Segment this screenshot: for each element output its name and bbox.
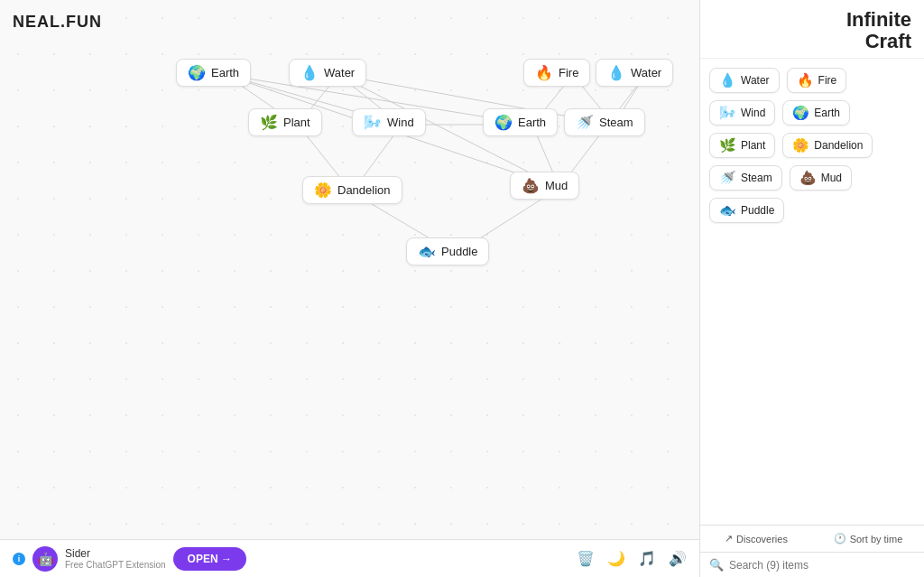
sidebar-dandelion-label: Dandelion	[814, 139, 863, 152]
sidebar-element-earth[interactable]: 🌍Earth	[782, 100, 850, 126]
tab-label-0: Discoveries	[736, 534, 788, 544]
sidebar-element-water[interactable]: 💧Water	[709, 68, 780, 93]
sidebar-element-dandelion[interactable]: 🌼Dandelion	[782, 133, 873, 158]
plant1-icon: 🌿	[260, 114, 278, 131]
ad-info-icon: i	[13, 553, 25, 565]
sidebar-tab-1[interactable]: 🕐Sort by time	[812, 526, 924, 552]
sidebar-earth-label: Earth	[814, 107, 840, 119]
sidebar-steam-label: Steam	[741, 172, 772, 184]
canvas-element-plant1[interactable]: 🌿Plant	[248, 108, 322, 136]
logo: NEAL.FUN	[13, 13, 102, 32]
sidebar-element-steam[interactable]: 🚿Steam	[709, 165, 782, 191]
canvas-element-mud1[interactable]: 💩Mud	[510, 172, 579, 200]
canvas-element-fire1[interactable]: 🔥Fire	[523, 59, 590, 87]
tab-label-1: Sort by time	[850, 534, 903, 544]
canvas[interactable]: NEAL.FUN i 🤖 Sider Free ChatGPT Extensio…	[0, 0, 699, 577]
earth2-label: Earth	[518, 116, 546, 129]
water2-icon: 💧	[607, 64, 625, 81]
earth1-label: Earth	[211, 66, 239, 79]
sidebar: InfiniteCraft 💧Water🔥Fire🌬️Wind🌍Earth🌿Pl…	[699, 0, 924, 577]
earth1-icon: 🌍	[188, 64, 206, 81]
tab-icon-0: ↗	[725, 533, 733, 544]
sidebar-wind-icon: 🌬️	[719, 105, 736, 121]
sidebar-water-icon: 💧	[719, 72, 736, 88]
puddle1-label: Puddle	[441, 245, 477, 258]
steam1-icon: 🚿	[576, 114, 594, 131]
sidebar-plant-icon: 🌿	[719, 137, 736, 154]
sidebar-search[interactable]: 🔍	[700, 553, 924, 577]
canvas-element-water1[interactable]: 💧Water	[289, 59, 366, 87]
fire1-icon: 🔥	[535, 64, 553, 81]
sidebar-element-plant[interactable]: 🌿Plant	[709, 133, 775, 158]
ad-title: Sider	[65, 547, 166, 560]
sidebar-puddle-label: Puddle	[741, 204, 774, 217]
water1-label: Water	[324, 66, 355, 79]
sidebar-footer: ↗Discoveries🕐Sort by time 🔍	[700, 525, 924, 577]
canvas-element-wind1[interactable]: 🌬️Wind	[352, 108, 426, 136]
wind1-label: Wind	[387, 116, 414, 129]
app-title: InfiniteCraft	[713, 9, 911, 52]
canvas-element-puddle1[interactable]: 🐟Puddle	[406, 237, 489, 265]
dandelion1-label: Dandelion	[337, 183, 391, 197]
sidebar-dandelion-icon: 🌼	[792, 137, 809, 154]
plant1-label: Plant	[283, 116, 310, 129]
puddle1-icon: 🐟	[418, 243, 436, 260]
sidebar-puddle-icon: 🐟	[719, 202, 736, 219]
sidebar-mud-icon: 💩	[799, 170, 817, 186]
moon-icon[interactable]: 🌙	[607, 550, 625, 567]
canvas-element-steam1[interactable]: 🚿Steam	[564, 108, 645, 136]
sidebar-fire-label: Fire	[818, 74, 837, 87]
ad-product-icon: 🤖	[32, 546, 58, 572]
sidebar-wind-label: Wind	[741, 107, 765, 119]
ad-open-button[interactable]: OPEN →	[173, 547, 246, 571]
mud1-label: Mud	[545, 179, 568, 192]
ad-text-block: Sider Free ChatGPT Extension	[65, 547, 166, 570]
sidebar-earth-icon: 🌍	[792, 105, 809, 121]
sidebar-fire-icon: 🔥	[797, 72, 814, 88]
mud1-icon: 💩	[522, 177, 540, 194]
sidebar-tabs: ↗Discoveries🕐Sort by time	[700, 526, 924, 553]
sidebar-mud-label: Mud	[821, 172, 842, 184]
sidebar-element-fire[interactable]: 🔥Fire	[787, 68, 847, 93]
trash-icon[interactable]: 🗑️	[577, 550, 595, 567]
sidebar-tab-0[interactable]: ↗Discoveries	[700, 526, 812, 552]
sidebar-plant-label: Plant	[741, 139, 765, 152]
sidebar-header: InfiniteCraft	[700, 0, 924, 59]
fire1-label: Fire	[559, 66, 578, 79]
music-icon[interactable]: 🎵	[638, 550, 656, 567]
sidebar-water-label: Water	[741, 74, 770, 87]
sound-icon[interactable]: 🔊	[669, 550, 687, 567]
canvas-element-water2[interactable]: 💧Water	[596, 59, 673, 87]
canvas-element-dandelion1[interactable]: 🌼Dandelion	[302, 176, 402, 204]
sidebar-elements: 💧Water🔥Fire🌬️Wind🌍Earth🌿Plant🌼Dandelion🚿…	[700, 59, 924, 525]
canvas-element-earth1[interactable]: 🌍Earth	[176, 59, 251, 87]
search-icon: 🔍	[709, 558, 724, 572]
water1-icon: 💧	[300, 64, 319, 81]
sidebar-element-puddle[interactable]: 🐟Puddle	[709, 198, 784, 223]
earth2-icon: 🌍	[494, 114, 513, 131]
sidebar-steam-icon: 🚿	[719, 170, 736, 186]
steam1-label: Steam	[599, 116, 633, 129]
bottom-icons: 🗑️ 🌙 🎵 🔊	[577, 550, 687, 567]
ad-banner[interactable]: i 🤖 Sider Free ChatGPT Extension OPEN →	[13, 546, 568, 572]
tab-icon-1: 🕐	[834, 533, 846, 544]
ad-subtitle: Free ChatGPT Extension	[65, 560, 166, 570]
bottom-bar: i 🤖 Sider Free ChatGPT Extension OPEN → …	[0, 539, 699, 577]
water2-label: Water	[631, 66, 661, 79]
search-input[interactable]	[729, 559, 915, 572]
dandelion1-icon: 🌼	[314, 181, 332, 199]
sidebar-element-wind[interactable]: 🌬️Wind	[709, 100, 775, 126]
canvas-element-earth2[interactable]: 🌍Earth	[483, 108, 558, 136]
sidebar-element-mud[interactable]: 💩Mud	[790, 165, 852, 191]
wind1-icon: 🌬️	[364, 114, 382, 131]
